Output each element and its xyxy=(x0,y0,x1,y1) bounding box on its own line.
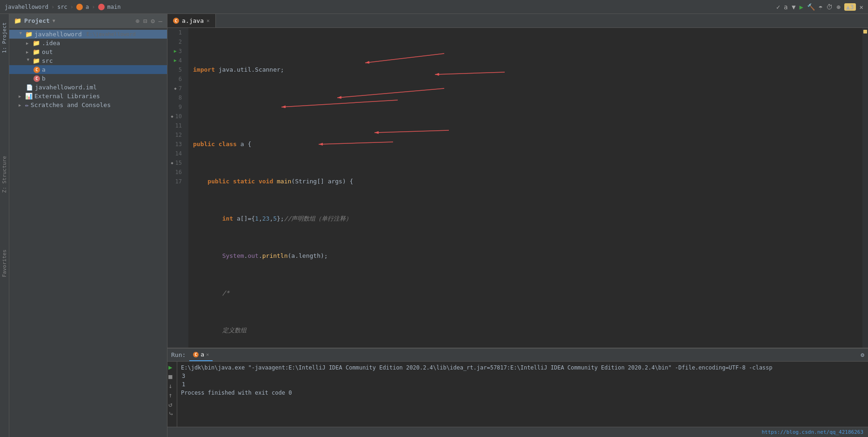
search-icon[interactable]: ⊕ xyxy=(836,3,840,11)
settings-icon[interactable]: ⚙ xyxy=(151,17,154,25)
tree-item-iml[interactable]: 📄 javahelloword.iml xyxy=(9,83,167,92)
svg-line-0 xyxy=(365,54,444,63)
extlibs-icon: 📊 xyxy=(25,93,33,100)
ln-1: 1 xyxy=(167,28,185,37)
coverage-icon[interactable]: ☂ xyxy=(819,3,822,11)
console-stop-btn[interactable]: ■ xyxy=(168,373,174,380)
fn-main: main xyxy=(277,177,291,186)
folder-icon-project: 📁 xyxy=(25,31,33,38)
tree-item-src[interactable]: ▶ 📁 src xyxy=(9,56,167,65)
console-rerun-btn[interactable]: ↺ xyxy=(168,401,174,408)
fn-println6: println xyxy=(262,251,288,261)
ln-5: 5 xyxy=(167,65,185,74)
run-button-icon[interactable]: ▶ xyxy=(799,3,803,11)
cmt-line8: 定义数组 xyxy=(222,326,247,335)
tree-item-extlibs[interactable]: ▶ 📊 External Libraries xyxy=(9,92,167,101)
kw-void: void xyxy=(259,177,273,186)
tab-close-a[interactable]: ✕ xyxy=(207,18,210,24)
tree-item-scratch[interactable]: ▶ ✏ Scratches and Consoles xyxy=(9,101,167,109)
editor-tab-bar: C a.java ✕ xyxy=(167,14,868,28)
minimize-icon[interactable]: — xyxy=(159,17,162,25)
close-icon[interactable]: ✕ xyxy=(860,3,863,11)
tree-item-a[interactable]: C a xyxy=(9,65,167,74)
vtab-structure[interactable]: Z: Structure xyxy=(0,152,8,196)
num-23: 23 xyxy=(262,214,270,223)
run-arrow-3: ▶ xyxy=(174,47,177,56)
ln-4: ▶4 xyxy=(167,56,185,65)
console-side-buttons: ▶ ■ ↓ ↑ ↺ ⤷ xyxy=(167,362,177,427)
settings-gear-icon[interactable]: ⚙ xyxy=(861,351,864,358)
code-line-2 xyxy=(193,102,862,112)
project-tree: ▶ 📁 javahelloword E:\javahelloword ▶ 📁 .… xyxy=(9,28,167,437)
bottom-right-icons: ⚙ xyxy=(861,351,864,358)
gutter-warning xyxy=(863,30,867,34)
title-bar: javahelloword › src › a › main ✓ a ▼ ▶ 🔨… xyxy=(0,0,868,14)
editor-area: C a.java ✕ 1 2 ▶3 ▶4 5 6 ◆7 xyxy=(167,14,868,437)
folder-icon-src: 📁 xyxy=(33,57,40,64)
ln-14: 14 xyxy=(167,149,185,158)
run-config-dropdown[interactable]: a ▼ xyxy=(784,3,795,11)
run-arrow-4: ▶ xyxy=(174,56,177,65)
collapse-icon[interactable]: ⊟ xyxy=(143,17,147,25)
kw-public-3: public xyxy=(193,140,215,149)
tree-path-javahelloword: E:\javahelloword xyxy=(87,31,136,37)
check-icon[interactable]: ✓ xyxy=(776,3,780,11)
tree-label-javahelloword: javahelloword xyxy=(34,31,82,38)
bottom-tab-bar: Run: C a ✕ ⚙ xyxy=(167,349,868,362)
code-editor[interactable]: 1 2 ▶3 ▶4 5 6 ◆7 8 9 ◆10 11 12 xyxy=(167,28,868,348)
tree-arrow-out: ▶ xyxy=(26,50,31,54)
bottom-tab-close[interactable]: ✕ xyxy=(206,352,209,357)
bookmark-10: ◆ xyxy=(171,112,173,121)
vtab-favorites[interactable]: Favorites xyxy=(0,246,8,281)
profile-icon[interactable]: ⏱ xyxy=(826,3,833,11)
breadcrumb-main: main xyxy=(107,4,121,10)
console-finish-text: Process finished with exit code 0 xyxy=(181,389,292,397)
status-url[interactable]: https://blog.csdn.net/qq_42186263 xyxy=(761,429,863,435)
build-icon[interactable]: 🔨 xyxy=(807,3,815,11)
code-line-8: 定义数组 xyxy=(193,326,862,335)
breadcrumb-a: a xyxy=(86,4,89,10)
run-label: Run: xyxy=(171,351,186,358)
right-gutter xyxy=(862,28,868,348)
tree-label-extlibs: External Libraries xyxy=(34,93,100,100)
bottom-tab-a[interactable]: C a ✕ xyxy=(189,349,213,361)
console-wrap-btn[interactable]: ⤷ xyxy=(168,410,174,417)
kw-import: import xyxy=(193,65,215,74)
warning-badge[interactable]: ▲3 xyxy=(844,3,856,11)
editor-tab-a[interactable]: C a.java ✕ xyxy=(167,14,216,27)
tree-arrow-javahelloword: ▶ xyxy=(19,32,23,37)
tree-label-idea: .idea xyxy=(42,40,60,47)
folder-icon-idea: 📁 xyxy=(33,40,40,47)
console-content: E:\jdk\bin\java.exe "-javaagent:E:\Intel… xyxy=(177,362,868,427)
type-string: String xyxy=(295,177,317,186)
breadcrumb-main-icon xyxy=(98,4,105,10)
tree-item-javahelloword[interactable]: ▶ 📁 javahelloword E:\javahelloword xyxy=(9,30,167,39)
vtab-project[interactable]: 1: Project xyxy=(0,19,8,57)
tree-item-out[interactable]: ▶ 📁 out xyxy=(9,47,167,56)
tree-label-src: src xyxy=(42,57,53,64)
sync-icon[interactable]: ⊕ xyxy=(135,17,139,25)
tree-item-idea[interactable]: ▶ 📁 .idea xyxy=(9,39,167,47)
breadcrumb-sep3: › xyxy=(92,4,95,10)
ln-16: 16 xyxy=(167,168,185,177)
ln-13: 13 xyxy=(167,140,185,149)
ln-2: 2 xyxy=(167,37,185,47)
tree-label-out: out xyxy=(42,48,53,55)
code-content[interactable]: import java.util.Scanner; public class a… xyxy=(188,28,862,348)
console-output-2: 1 xyxy=(181,380,185,389)
cmt-line5: //声明数组（单行注释） xyxy=(284,214,352,223)
tree-item-b[interactable]: C b xyxy=(9,74,167,83)
scratch-icon: ✏ xyxy=(25,101,29,108)
console-line-output1: 3 xyxy=(181,372,864,380)
project-dropdown-arrow[interactable]: ▼ xyxy=(53,18,55,23)
kw-public-4: public xyxy=(207,177,229,186)
tab-java-icon: C xyxy=(173,18,179,24)
tree-arrow-src: ▶ xyxy=(26,59,31,63)
tree-label-b: b xyxy=(42,75,46,82)
console-down-btn[interactable]: ↓ xyxy=(168,382,174,390)
tree-arrow-scratch: ▶ xyxy=(19,103,23,108)
console-run-btn[interactable]: ▶ xyxy=(168,363,174,371)
kw-class: class xyxy=(219,140,237,149)
top-right-toolbar: ✓ a ▼ ▶ 🔨 ☂ ⏱ ⊕ ▲3 ✕ xyxy=(776,3,863,11)
console-up-btn[interactable]: ↑ xyxy=(168,391,174,399)
